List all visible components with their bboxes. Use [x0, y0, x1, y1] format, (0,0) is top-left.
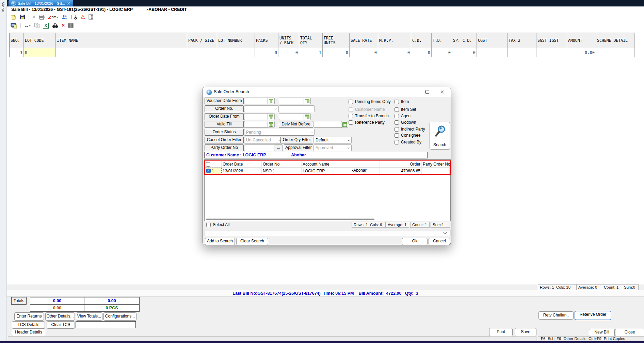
save-button[interactable]: Save — [515, 328, 536, 336]
ok-button[interactable]: Ok — [402, 238, 428, 245]
checkbox-box[interactable] — [349, 100, 353, 104]
new-bill-button[interactable]: New Bill — [589, 329, 615, 337]
alert-icon[interactable]: ⚠ — [80, 14, 85, 20]
results-cell[interactable]: 13/01/2026 — [222, 168, 262, 174]
results-cell[interactable]: 470686.65 — [380, 168, 422, 174]
select-all-checkbox[interactable]: Select All — [206, 222, 229, 227]
main-grid-cell[interactable] — [536, 48, 567, 57]
order-status-dropdown[interactable]: Pending — [244, 129, 315, 136]
results-data-row[interactable]: ✓113/01/2026NSO 1LOGIC ERP-Abohar470686.… — [205, 168, 450, 174]
order-date-to-input[interactable] — [279, 113, 307, 120]
calendar-button[interactable] — [268, 113, 275, 120]
checkbox-box[interactable] — [395, 127, 399, 132]
find-icon[interactable] — [52, 23, 58, 28]
dialog-close-button[interactable] — [436, 88, 449, 96]
main-grid-cell[interactable]: 0 — [432, 48, 452, 57]
checkbox-box[interactable] — [395, 140, 399, 144]
checkbox-box[interactable] — [395, 120, 399, 125]
checkbox-box[interactable] — [206, 223, 211, 227]
table-grid-icon[interactable] — [68, 23, 74, 28]
checkbox-created-by[interactable]: Created By — [395, 140, 421, 144]
calendar-button[interactable] — [304, 113, 311, 120]
main-grid-cell[interactable] — [508, 48, 536, 57]
clear-search-button[interactable]: Clear Search — [236, 238, 268, 245]
results-cell[interactable]: ✓1 — [205, 168, 222, 174]
checkbox-indirect-party[interactable]: Indirect Party — [395, 127, 425, 132]
party-group-icon[interactable] — [62, 15, 68, 20]
calendar-button[interactable] — [268, 121, 275, 128]
expander-bar[interactable] — [204, 230, 451, 236]
tcs-details-button[interactable]: TCS Details — [12, 321, 45, 329]
main-grid-cell[interactable]: 0 — [411, 48, 432, 57]
maximize-button[interactable] — [421, 88, 434, 96]
header-details-button[interactable]: Header Details — [12, 328, 45, 337]
new-icon[interactable] — [11, 14, 16, 20]
tab-sale-bill[interactable]: L Sale Bill - 13/01/2026 - GS... — [9, 0, 73, 6]
checkbox-box[interactable] — [395, 114, 399, 118]
voucher-date-from-input[interactable] — [244, 98, 271, 104]
main-grid-cell[interactable]: 0 — [350, 48, 378, 57]
main-grid-cell[interactable]: 0 — [24, 48, 56, 57]
dialog-titlebar[interactable]: L Sale Order Search — [203, 87, 451, 97]
checkbox-consignee[interactable]: Consignee — [395, 133, 420, 138]
voucher-date-to-input[interactable] — [279, 98, 307, 104]
browse-button[interactable]: ... — [274, 144, 283, 151]
main-grid-cell[interactable]: 0.00 — [567, 48, 596, 57]
main-grid-cell[interactable] — [56, 48, 187, 57]
calendar-button[interactable] — [341, 121, 348, 128]
minimize-button[interactable] — [406, 88, 419, 96]
checkbox-reference-party[interactable]: Reference Party — [349, 120, 385, 125]
checkbox-pending-items-only[interactable]: Pending Items Only — [349, 99, 391, 104]
configurations-button[interactable]: Configurations... — [103, 312, 136, 321]
checkbox-godown[interactable]: Godown — [395, 120, 416, 125]
main-grid-cell[interactable] — [187, 48, 217, 57]
close-button[interactable]: Close — [615, 329, 644, 337]
cancel-order-filter-dropdown[interactable]: Un-Cancelled — [244, 137, 283, 143]
main-grid-cell[interactable]: 1 — [299, 48, 323, 57]
print-button[interactable]: Print — [489, 328, 513, 336]
tab-close-icon[interactable] — [67, 1, 70, 5]
enter-returns-button[interactable]: Enter Returns — [14, 312, 44, 321]
cancel-button[interactable]: Cancel — [429, 238, 450, 245]
main-grid-cell[interactable]: 0 — [378, 48, 411, 57]
delete-row-icon[interactable]: × — [62, 23, 65, 28]
checkbox-agent[interactable]: Agent — [395, 114, 412, 118]
reterive-order-button[interactable]: Reterive Order — [575, 311, 611, 320]
main-grid-cell[interactable]: 0 — [323, 48, 350, 57]
print-icon[interactable] — [39, 15, 45, 20]
retv-challan-button[interactable]: Retv Challan.. — [538, 311, 574, 320]
horizontal-scrollbar[interactable] — [206, 219, 374, 220]
checkbox-box[interactable] — [395, 107, 399, 112]
main-grid-cell[interactable]: 0 — [452, 48, 477, 57]
order-no-input[interactable] — [279, 105, 315, 112]
main-grid-cell[interactable] — [477, 48, 508, 57]
search-button[interactable]: Search — [430, 122, 450, 150]
main-grid-cell[interactable]: 0 — [255, 48, 278, 57]
checkbox-box[interactable] — [395, 133, 399, 138]
checkbox-box[interactable] — [349, 120, 353, 125]
order-qty-filter-dropdown[interactable]: Default — [313, 137, 352, 143]
other-details-button[interactable]: Other Details... — [45, 312, 75, 321]
save-icon[interactable] — [20, 14, 25, 20]
row-checkbox[interactable]: ✓ — [206, 169, 211, 173]
column-width-dropdown[interactable]: ↔ — [24, 23, 31, 28]
order-date-from-input[interactable] — [244, 113, 271, 120]
menu-strip[interactable]: Menu — [0, 0, 7, 341]
view-totals-button[interactable]: View Totals... — [76, 312, 102, 321]
bill-grid-data-row[interactable]: 100010000000.00 — [10, 48, 635, 57]
clear-tcs-button[interactable]: Clear TCS — [47, 321, 75, 329]
form-details-icon[interactable] — [88, 14, 94, 20]
checkbox-transfer-to-branch[interactable]: Transfer to Branch — [349, 114, 389, 118]
results-cell[interactable]: LOGIC ERP-Abohar — [302, 168, 380, 174]
add-to-search-button[interactable]: Add to Search — [205, 238, 235, 245]
party-order-no-input[interactable] — [244, 144, 276, 151]
monitor-note-icon[interactable] — [11, 23, 17, 29]
checkbox-box[interactable] — [206, 162, 210, 167]
export-excel-icon[interactable]: X — [43, 23, 49, 29]
valid-till-input[interactable] — [244, 121, 271, 128]
calendar-button[interactable] — [268, 98, 275, 104]
main-grid-cell[interactable] — [217, 48, 255, 57]
schedule-add-icon[interactable] — [71, 14, 77, 20]
main-grid-cell[interactable]: 1 — [10, 48, 24, 57]
results-cell[interactable]: NSO 1 — [262, 168, 302, 174]
